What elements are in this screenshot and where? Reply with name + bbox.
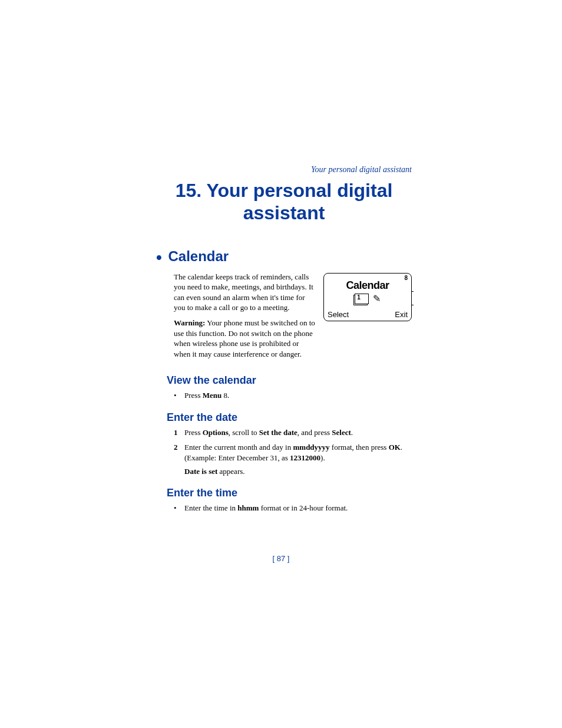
b: 12312000 (290, 453, 320, 462)
scroll-indicator-icon (410, 291, 414, 305)
chapter-title-line2: assistant (243, 202, 325, 223)
b: Select (332, 428, 351, 437)
chapter-title: 15. Your personal digital assistant (156, 179, 412, 225)
subheading-view-calendar: View the calendar (167, 374, 412, 387)
running-header: Your personal digital assistant (156, 165, 412, 174)
step-text: Press (184, 391, 203, 400)
b: OK (389, 443, 401, 452)
bullet-icon: • (156, 248, 162, 266)
list-item: Enter the time in hhmm format or in 24-h… (174, 503, 412, 513)
step-suffix: format or in 24-hour format. (259, 503, 348, 512)
step-number: 1 (174, 427, 178, 438)
phone-screen-figure: 8 Calendar ✎ Select Exit (323, 273, 412, 321)
chapter-title-line1: Your personal digital (206, 180, 392, 201)
screen-title: Calendar (328, 279, 408, 292)
enter-date-steps: 1 Press Options, scroll to Set the date,… (174, 427, 412, 463)
subheading-enter-time: Enter the time (167, 487, 412, 499)
step-bold: Menu (203, 391, 222, 400)
warning-label: Warning: (174, 318, 205, 327)
t: . (351, 428, 353, 437)
chapter-number: 15. (176, 180, 201, 201)
screen-menu-number: 8 (404, 275, 408, 281)
page-number: [ 87 ] (0, 554, 562, 563)
list-item: 1 Press Options, scroll to Set the date,… (174, 427, 412, 438)
b: mmddyyyy (293, 443, 329, 452)
b: Options (203, 428, 229, 437)
section-title-text: Calendar (168, 248, 229, 264)
pencil-note-icon: ✎ (373, 293, 381, 304)
result-suffix: appears. (217, 467, 244, 476)
list-item: Press Menu 8. (174, 390, 412, 401)
result-bold: Date is set (184, 467, 217, 476)
t: , and press (297, 428, 332, 437)
view-calendar-steps: Press Menu 8. (174, 390, 412, 401)
phone-screen: 8 Calendar ✎ Select Exit (323, 273, 412, 321)
list-item: 2 Enter the current month and day in mmd… (174, 442, 412, 463)
warning-block: Warning: Your phone must be switched on … (174, 318, 315, 359)
calendar-page-icon (355, 294, 369, 304)
b: Set the date (259, 428, 297, 437)
t: , scroll to (229, 428, 259, 437)
softkey-left: Select (328, 310, 349, 319)
t: Press (184, 428, 203, 437)
date-set-result: Date is set appears. (184, 467, 412, 476)
t: format, then press (330, 443, 389, 452)
softkey-right: Exit (395, 310, 408, 319)
step-suffix: 8. (222, 391, 229, 400)
subheading-enter-date: Enter the date (167, 411, 412, 424)
step-number: 2 (174, 442, 178, 453)
screen-icons: ✎ (328, 293, 408, 304)
enter-time-steps: Enter the time in hhmm format or in 24-h… (174, 503, 412, 513)
section-heading-calendar: • Calendar (156, 248, 412, 267)
step-text: Enter the time in (184, 503, 237, 512)
step-bold: hhmm (237, 503, 259, 512)
t: ). (320, 453, 325, 462)
calendar-intro: The calendar keeps track of reminders, c… (174, 272, 315, 313)
t: Enter the current month and day in (184, 443, 293, 452)
